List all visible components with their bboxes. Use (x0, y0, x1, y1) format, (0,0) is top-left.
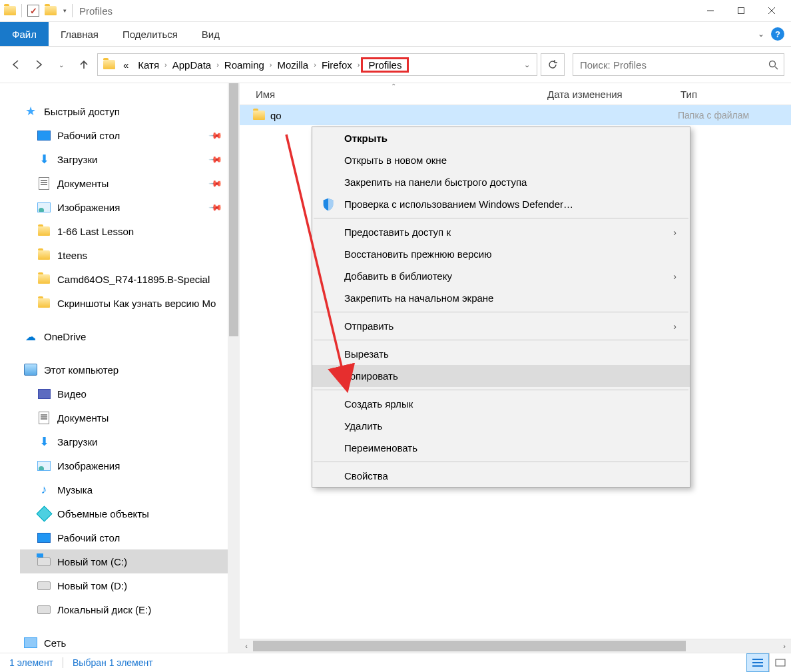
scroll-left-icon[interactable]: ‹ (240, 642, 253, 650)
help-icon[interactable]: ? (771, 27, 784, 41)
sidebar-item[interactable]: 1teens (20, 243, 240, 267)
column-header-name[interactable]: ⌃Имя (240, 89, 547, 100)
recent-dropdown[interactable]: ⌄ (52, 55, 71, 74)
sidebar-item[interactable]: Изображения📌 (20, 195, 240, 219)
sidebar-item[interactable]: ♪Музыка (20, 478, 240, 502)
breadcrumb-current[interactable]: Profiles (361, 57, 409, 73)
pc-icon (24, 363, 37, 376)
context-item[interactable]: Закрепить на начальном экране (312, 287, 690, 309)
qat-dropdown-icon[interactable]: ▾ (63, 7, 67, 14)
view-icons-button[interactable] (769, 653, 791, 672)
context-item[interactable]: Создать ярлык (312, 393, 690, 415)
sidebar-item-label: Музыка (57, 484, 93, 496)
column-header-type[interactable]: Тип (680, 89, 791, 100)
sidebar-quick-access[interactable]: ★ Быстрый доступ (20, 99, 240, 123)
back-button[interactable] (7, 55, 25, 74)
svg-line-5 (775, 67, 778, 69)
sidebar-item[interactable]: ⬇Загрузки📌 (20, 147, 240, 171)
app-folder-icon (4, 6, 16, 15)
context-item[interactable]: Открыть в новом окне (312, 149, 690, 171)
submenu-arrow-icon: › (673, 227, 676, 238)
sidebar-this-pc[interactable]: Этот компьютер (20, 358, 240, 382)
status-selection: Выбран 1 элемент (63, 657, 162, 668)
context-item[interactable]: Вырезать (312, 343, 690, 365)
context-item-label: Открыть (344, 133, 388, 144)
sidebar-onedrive[interactable]: ☁ OneDrive (20, 324, 240, 348)
breadcrumb-item[interactable]: Roaming (220, 58, 268, 72)
column-header-date[interactable]: Дата изменения (547, 89, 680, 100)
up-button[interactable] (75, 55, 93, 74)
tab-file[interactable]: Файл (0, 22, 49, 46)
sort-asc-icon: ⌃ (391, 83, 396, 90)
scroll-right-icon[interactable]: › (778, 642, 791, 650)
sidebar-item-label: Рабочий стол (57, 532, 120, 543)
qat-properties-icon[interactable]: ✓ (27, 5, 39, 17)
sidebar-scrollbar[interactable] (228, 83, 240, 653)
dl-icon: ⬇ (37, 435, 51, 448)
context-item[interactable]: Свойства (312, 465, 690, 487)
context-item[interactable]: Восстановить прежнюю версию (312, 243, 690, 265)
submenu-arrow-icon: › (673, 271, 676, 282)
breadcrumb-item[interactable]: Firefox (318, 58, 356, 72)
context-item[interactable]: Добавить в библиотеку› (312, 265, 690, 287)
view-details-button[interactable] (746, 653, 769, 672)
search-input[interactable] (579, 59, 768, 71)
context-item[interactable]: Копировать (312, 365, 690, 387)
forward-button[interactable] (29, 55, 48, 74)
context-item[interactable]: Проверка с использованием Windows Defend… (312, 193, 690, 215)
folder-icon (253, 111, 265, 120)
sidebar-item[interactable]: Локальный диск (E:) (20, 597, 240, 621)
sidebar-network[interactable]: Сеть (20, 631, 240, 653)
ribbon-expand-icon[interactable]: ⌄ (758, 29, 764, 39)
breadcrumb-prefix[interactable]: « (119, 58, 132, 72)
submenu-arrow-icon: › (673, 321, 676, 332)
doc-icon (37, 411, 51, 424)
refresh-button[interactable] (541, 53, 565, 76)
sidebar-item[interactable]: Видео (20, 382, 240, 406)
sidebar-item[interactable]: Документы📌 (20, 171, 240, 195)
sidebar-item[interactable]: Новый том (C:) (20, 549, 240, 573)
doc-icon (37, 176, 51, 190)
tab-home[interactable]: Главная (49, 22, 111, 46)
breadcrumb-item[interactable]: AppData (168, 58, 215, 72)
sidebar-item[interactable]: 1-66 Last Lesson (20, 219, 240, 243)
sidebar-item[interactable]: Объемные объекты (20, 502, 240, 525)
status-count: 1 элемент (0, 657, 63, 668)
context-item[interactable]: Открыть (312, 127, 690, 149)
sidebar-item[interactable]: ⬇Загрузки (20, 430, 240, 454)
breadcrumb-item[interactable]: Катя (134, 58, 163, 72)
qat-newfolder-icon[interactable] (45, 6, 57, 15)
sidebar-item[interactable]: Изображения (20, 454, 240, 478)
sidebar-item[interactable]: Рабочий стол📌 (20, 123, 240, 147)
pin-icon: 📌 (208, 152, 223, 167)
address-dropdown-icon[interactable]: ⌄ (520, 61, 534, 69)
horizontal-scrollbar[interactable]: ‹ › (240, 639, 791, 653)
address-bar[interactable]: « Катя› AppData› Roaming› Mozilla› Firef… (97, 53, 537, 76)
close-button[interactable] (756, 0, 787, 21)
tab-view[interactable]: Вид (190, 22, 232, 46)
context-item[interactable]: Предоставить доступ к› (312, 221, 690, 243)
breadcrumb-item[interactable]: Mozilla (274, 58, 313, 72)
svg-rect-6 (752, 659, 763, 660)
context-item-label: Проверка с использованием Windows Defend… (344, 198, 573, 210)
folder-icon (37, 224, 51, 238)
sidebar-item-label: Загрузки (57, 154, 97, 165)
context-item[interactable]: Переименовать (312, 437, 690, 459)
sidebar-item[interactable]: Рабочий стол (20, 525, 240, 549)
context-item-label: Закрепить на панели быстрого доступа (344, 176, 527, 188)
sidebar-item-label: Новый том (C:) (57, 556, 127, 567)
file-row[interactable]: qo Папка с файлам (240, 105, 791, 125)
tab-share[interactable]: Поделиться (111, 22, 190, 46)
sidebar-item[interactable]: Скриншоты Как узнать версию Mo (20, 291, 240, 315)
sidebar-item[interactable]: Документы (20, 406, 240, 430)
search-icon[interactable] (768, 60, 778, 70)
maximize-button[interactable] (726, 0, 756, 21)
minimize-button[interactable] (695, 0, 726, 21)
context-item[interactable]: Удалить (312, 415, 690, 437)
sidebar-item[interactable]: Новый том (D:) (20, 573, 240, 597)
sidebar-item[interactable]: Camd64OS_R74-11895.B-Special (20, 267, 240, 291)
search-box[interactable] (573, 53, 784, 76)
context-item[interactable]: Закрепить на панели быстрого доступа (312, 171, 690, 193)
context-item[interactable]: Отправить› (312, 315, 690, 337)
context-item-label: Предоставить доступ к (344, 226, 451, 238)
